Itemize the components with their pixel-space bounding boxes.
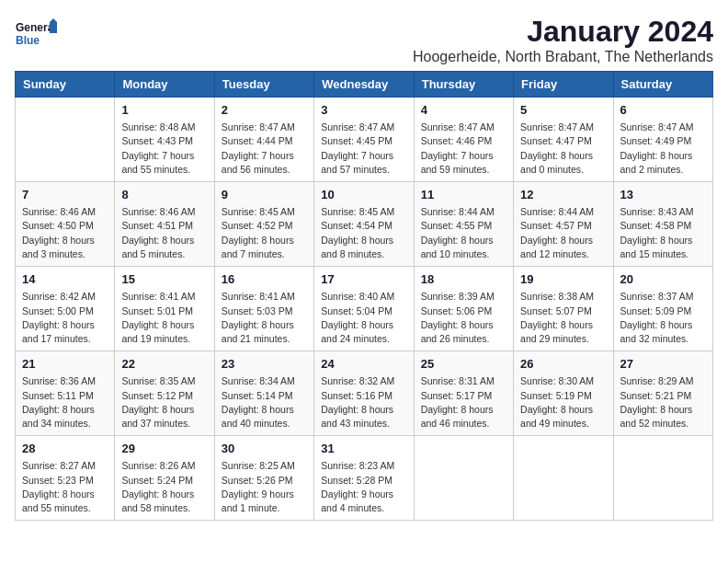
day-number: 27 bbox=[620, 356, 706, 373]
calendar-week-1: 1Sunrise: 8:48 AM Sunset: 4:43 PM Daylig… bbox=[16, 98, 713, 182]
day-info: Sunrise: 8:47 AM Sunset: 4:44 PM Dayligh… bbox=[222, 121, 307, 177]
calendar-cell: 13Sunrise: 8:43 AM Sunset: 4:58 PM Dayli… bbox=[613, 182, 712, 267]
column-header-monday: Monday bbox=[115, 72, 214, 98]
day-info: Sunrise: 8:45 AM Sunset: 4:52 PM Dayligh… bbox=[222, 205, 307, 261]
day-number: 7 bbox=[22, 187, 108, 203]
day-info: Sunrise: 8:41 AM Sunset: 5:03 PM Dayligh… bbox=[222, 290, 307, 346]
day-info: Sunrise: 8:32 AM Sunset: 5:16 PM Dayligh… bbox=[321, 374, 406, 431]
day-number: 31 bbox=[321, 441, 406, 457]
calendar-cell: 31Sunrise: 8:23 AM Sunset: 5:28 PM Dayli… bbox=[314, 436, 414, 521]
svg-text:Blue: Blue bbox=[16, 34, 40, 47]
calendar-week-4: 21Sunrise: 8:36 AM Sunset: 5:11 PM Dayli… bbox=[16, 351, 713, 436]
calendar-cell bbox=[414, 436, 513, 521]
day-info: Sunrise: 8:46 AM Sunset: 4:51 PM Dayligh… bbox=[121, 205, 207, 261]
day-info: Sunrise: 8:37 AM Sunset: 5:09 PM Dayligh… bbox=[620, 290, 706, 346]
calendar-cell: 21Sunrise: 8:36 AM Sunset: 5:11 PM Dayli… bbox=[16, 351, 115, 436]
calendar-cell: 5Sunrise: 8:47 AM Sunset: 4:47 PM Daylig… bbox=[514, 98, 613, 182]
calendar-cell: 15Sunrise: 8:41 AM Sunset: 5:01 PM Dayli… bbox=[115, 267, 214, 351]
calendar-cell: 18Sunrise: 8:39 AM Sunset: 5:06 PM Dayli… bbox=[414, 267, 513, 351]
day-info: Sunrise: 8:40 AM Sunset: 5:04 PM Dayligh… bbox=[321, 290, 406, 346]
calendar-cell bbox=[613, 436, 712, 521]
day-number: 30 bbox=[222, 441, 307, 457]
day-number: 20 bbox=[620, 271, 706, 288]
calendar-cell: 10Sunrise: 8:45 AM Sunset: 4:54 PM Dayli… bbox=[314, 182, 414, 267]
calendar-cell: 27Sunrise: 8:29 AM Sunset: 5:21 PM Dayli… bbox=[613, 351, 712, 436]
calendar-cell: 12Sunrise: 8:44 AM Sunset: 4:57 PM Dayli… bbox=[514, 182, 613, 267]
calendar-cell: 28Sunrise: 8:27 AM Sunset: 5:23 PM Dayli… bbox=[16, 436, 115, 521]
column-header-friday: Friday bbox=[514, 72, 613, 98]
day-number: 14 bbox=[22, 271, 108, 288]
day-number: 1 bbox=[121, 102, 207, 119]
calendar-cell: 11Sunrise: 8:44 AM Sunset: 4:55 PM Dayli… bbox=[414, 182, 513, 267]
calendar-cell: 3Sunrise: 8:47 AM Sunset: 4:45 PM Daylig… bbox=[314, 98, 414, 182]
day-info: Sunrise: 8:48 AM Sunset: 4:43 PM Dayligh… bbox=[121, 121, 207, 177]
page-header: General Blue January 2024 Hoogerheide, N… bbox=[15, 15, 713, 65]
day-number: 29 bbox=[121, 441, 207, 457]
calendar-cell: 29Sunrise: 8:26 AM Sunset: 5:24 PM Dayli… bbox=[115, 436, 214, 521]
day-number: 10 bbox=[321, 187, 406, 203]
day-info: Sunrise: 8:35 AM Sunset: 5:12 PM Dayligh… bbox=[121, 374, 207, 431]
title-block: January 2024 Hoogerheide, North Brabant,… bbox=[413, 15, 713, 65]
day-info: Sunrise: 8:47 AM Sunset: 4:47 PM Dayligh… bbox=[520, 121, 606, 177]
calendar-cell: 8Sunrise: 8:46 AM Sunset: 4:51 PM Daylig… bbox=[115, 182, 214, 267]
day-info: Sunrise: 8:34 AM Sunset: 5:14 PM Dayligh… bbox=[222, 374, 307, 431]
day-info: Sunrise: 8:47 AM Sunset: 4:46 PM Dayligh… bbox=[421, 121, 506, 177]
day-info: Sunrise: 8:36 AM Sunset: 5:11 PM Dayligh… bbox=[22, 374, 108, 431]
calendar-cell: 7Sunrise: 8:46 AM Sunset: 4:50 PM Daylig… bbox=[16, 182, 115, 267]
day-info: Sunrise: 8:47 AM Sunset: 4:45 PM Dayligh… bbox=[321, 121, 406, 177]
day-info: Sunrise: 8:41 AM Sunset: 5:01 PM Dayligh… bbox=[121, 290, 207, 346]
calendar-table: SundayMondayTuesdayWednesdayThursdayFrid… bbox=[15, 71, 713, 521]
calendar-cell: 26Sunrise: 8:30 AM Sunset: 5:19 PM Dayli… bbox=[514, 351, 613, 436]
calendar-cell bbox=[16, 98, 115, 182]
day-number: 26 bbox=[520, 356, 606, 373]
day-info: Sunrise: 8:26 AM Sunset: 5:24 PM Dayligh… bbox=[121, 459, 207, 515]
day-number: 21 bbox=[22, 356, 108, 373]
calendar-cell: 6Sunrise: 8:47 AM Sunset: 4:49 PM Daylig… bbox=[613, 98, 712, 182]
day-info: Sunrise: 8:47 AM Sunset: 4:49 PM Dayligh… bbox=[620, 121, 706, 177]
column-header-saturday: Saturday bbox=[613, 72, 712, 98]
calendar-cell: 24Sunrise: 8:32 AM Sunset: 5:16 PM Dayli… bbox=[314, 351, 414, 436]
day-info: Sunrise: 8:44 AM Sunset: 4:55 PM Dayligh… bbox=[421, 205, 506, 261]
calendar-week-5: 28Sunrise: 8:27 AM Sunset: 5:23 PM Dayli… bbox=[16, 436, 713, 521]
day-number: 13 bbox=[620, 187, 706, 203]
day-number: 9 bbox=[222, 187, 307, 203]
calendar-header-row: SundayMondayTuesdayWednesdayThursdayFrid… bbox=[16, 72, 713, 98]
day-number: 16 bbox=[222, 271, 307, 288]
day-info: Sunrise: 8:27 AM Sunset: 5:23 PM Dayligh… bbox=[22, 459, 108, 515]
day-info: Sunrise: 8:46 AM Sunset: 4:50 PM Dayligh… bbox=[22, 205, 108, 261]
day-number: 5 bbox=[520, 102, 606, 119]
day-number: 3 bbox=[321, 102, 406, 119]
day-number: 18 bbox=[421, 271, 506, 288]
page-title: January 2024 bbox=[413, 15, 713, 49]
day-number: 28 bbox=[22, 441, 108, 457]
column-header-thursday: Thursday bbox=[414, 72, 513, 98]
calendar-cell: 20Sunrise: 8:37 AM Sunset: 5:09 PM Dayli… bbox=[613, 267, 712, 351]
calendar-cell: 19Sunrise: 8:38 AM Sunset: 5:07 PM Dayli… bbox=[514, 267, 613, 351]
calendar-cell: 4Sunrise: 8:47 AM Sunset: 4:46 PM Daylig… bbox=[414, 98, 513, 182]
calendar-cell: 16Sunrise: 8:41 AM Sunset: 5:03 PM Dayli… bbox=[214, 267, 313, 351]
day-info: Sunrise: 8:23 AM Sunset: 5:28 PM Dayligh… bbox=[321, 459, 406, 515]
day-info: Sunrise: 8:30 AM Sunset: 5:19 PM Dayligh… bbox=[520, 374, 606, 431]
day-info: Sunrise: 8:39 AM Sunset: 5:06 PM Dayligh… bbox=[421, 290, 506, 346]
day-number: 2 bbox=[222, 102, 307, 119]
day-number: 15 bbox=[121, 271, 207, 288]
column-header-wednesday: Wednesday bbox=[314, 72, 414, 98]
calendar-cell: 14Sunrise: 8:42 AM Sunset: 5:00 PM Dayli… bbox=[16, 267, 115, 351]
day-info: Sunrise: 8:25 AM Sunset: 5:26 PM Dayligh… bbox=[222, 459, 307, 515]
calendar-cell: 22Sunrise: 8:35 AM Sunset: 5:12 PM Dayli… bbox=[115, 351, 214, 436]
day-info: Sunrise: 8:45 AM Sunset: 4:54 PM Dayligh… bbox=[321, 205, 406, 261]
day-number: 24 bbox=[321, 356, 406, 373]
day-info: Sunrise: 8:44 AM Sunset: 4:57 PM Dayligh… bbox=[520, 205, 606, 261]
day-number: 8 bbox=[121, 187, 207, 203]
logo-svg: General Blue bbox=[15, 15, 61, 55]
day-number: 6 bbox=[620, 102, 706, 119]
day-number: 19 bbox=[520, 271, 606, 288]
day-number: 4 bbox=[421, 102, 506, 119]
calendar-cell: 1Sunrise: 8:48 AM Sunset: 4:43 PM Daylig… bbox=[115, 98, 214, 182]
calendar-cell bbox=[514, 436, 613, 521]
day-info: Sunrise: 8:43 AM Sunset: 4:58 PM Dayligh… bbox=[620, 205, 706, 261]
calendar-cell: 17Sunrise: 8:40 AM Sunset: 5:04 PM Dayli… bbox=[314, 267, 414, 351]
day-number: 17 bbox=[321, 271, 406, 288]
page-subtitle: Hoogerheide, North Brabant, The Netherla… bbox=[413, 49, 713, 65]
day-info: Sunrise: 8:42 AM Sunset: 5:00 PM Dayligh… bbox=[22, 290, 108, 346]
